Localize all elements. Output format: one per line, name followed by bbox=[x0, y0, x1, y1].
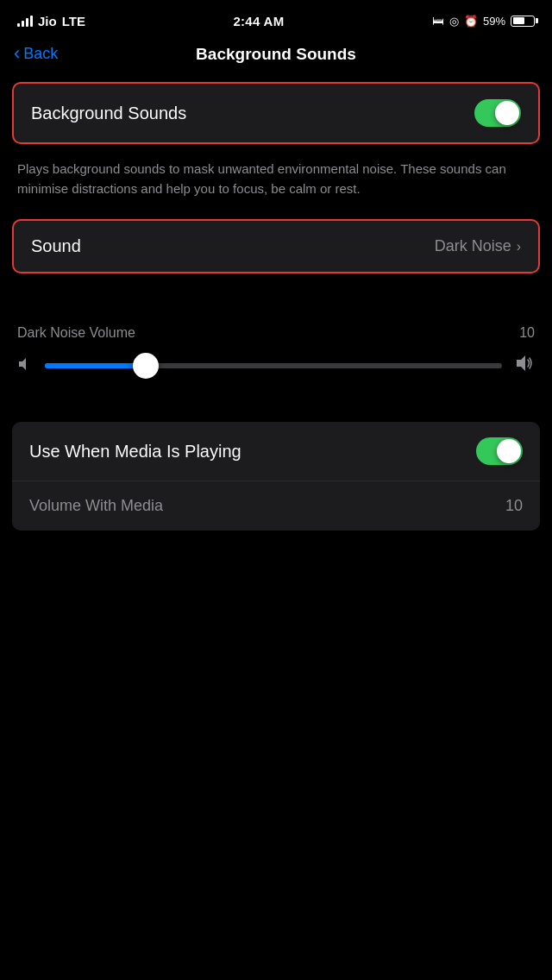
sound-label: Sound bbox=[31, 236, 81, 256]
signal-bars-icon bbox=[17, 15, 33, 27]
background-sounds-toggle[interactable] bbox=[474, 99, 521, 127]
battery-indicator bbox=[511, 16, 535, 27]
volume-value: 10 bbox=[519, 325, 535, 341]
volume-slider[interactable] bbox=[45, 363, 502, 368]
background-sounds-label: Background Sounds bbox=[31, 104, 186, 123]
status-right: 🛏 ◎ ⏰ 59% bbox=[432, 14, 535, 28]
alarm-icon: ⏰ bbox=[464, 15, 478, 28]
volume-label: Dark Noise Volume bbox=[17, 325, 135, 341]
slider-fill bbox=[45, 363, 146, 368]
media-section: Use When Media Is Playing Volume With Me… bbox=[12, 422, 540, 531]
back-label: Back bbox=[23, 45, 58, 63]
use-when-media-label: Use When Media Is Playing bbox=[29, 442, 242, 462]
volume-with-media-label: Volume With Media bbox=[29, 497, 163, 515]
carrier-label: Jio bbox=[38, 14, 57, 28]
use-when-media-toggle[interactable] bbox=[476, 437, 523, 465]
volume-low-icon bbox=[17, 356, 33, 376]
sound-selection: Dark Noise bbox=[435, 237, 511, 255]
back-button[interactable]: ‹ Back bbox=[14, 45, 58, 63]
svg-marker-1 bbox=[517, 355, 525, 371]
network-label: LTE bbox=[62, 14, 85, 28]
volume-section: Dark Noise Volume 10 bbox=[0, 325, 552, 379]
chevron-right-icon: › bbox=[517, 239, 521, 254]
sound-value: Dark Noise › bbox=[435, 237, 521, 255]
status-time: 2:44 AM bbox=[233, 14, 284, 28]
background-sounds-toggle-row: Background Sounds bbox=[12, 82, 540, 144]
slider-thumb[interactable] bbox=[133, 353, 159, 379]
toggle-thumb-media bbox=[497, 439, 521, 463]
svg-marker-0 bbox=[19, 358, 26, 370]
status-left: Jio LTE bbox=[17, 14, 85, 28]
volume-slider-row bbox=[17, 353, 535, 379]
back-chevron-icon: ‹ bbox=[14, 44, 20, 63]
sound-row[interactable]: Sound Dark Noise › bbox=[12, 219, 540, 273]
description-text: Plays background sounds to mask unwanted… bbox=[0, 153, 552, 212]
section-divider-1 bbox=[0, 273, 552, 299]
status-bar: Jio LTE 2:44 AM 🛏 ◎ ⏰ 59% bbox=[0, 0, 552, 38]
section-divider-2 bbox=[0, 379, 552, 422]
use-when-media-row: Use When Media Is Playing bbox=[12, 422, 540, 481]
location-icon: ◎ bbox=[449, 15, 459, 28]
volume-high-icon bbox=[514, 353, 535, 379]
nav-bar: ‹ Back Background Sounds bbox=[0, 38, 552, 73]
battery-percent: 59% bbox=[483, 15, 505, 28]
bed-icon: 🛏 bbox=[432, 14, 444, 28]
page-title: Background Sounds bbox=[196, 45, 356, 64]
volume-with-media-value: 10 bbox=[505, 497, 523, 515]
volume-header: Dark Noise Volume 10 bbox=[17, 325, 535, 341]
toggle-thumb bbox=[495, 101, 519, 125]
volume-with-media-row: Volume With Media 10 bbox=[12, 481, 540, 531]
